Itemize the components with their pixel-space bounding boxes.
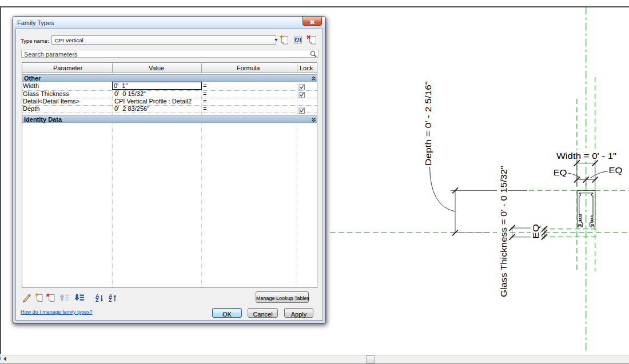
svg-text:Width = 0' - 1": Width = 0' - 1" [556, 151, 616, 161]
svg-text:EQ: EQ [554, 168, 567, 177]
svg-text:Z: Z [109, 297, 112, 303]
svg-text:EQ: EQ [531, 224, 540, 239]
svg-text:Depth = 0' - 2 5/16": Depth = 0' - 2 5/16" [424, 81, 433, 166]
svg-text:EQ: EQ [609, 166, 623, 175]
svg-text:Glass Thickness = 0' - 0 15/32: Glass Thickness = 0' - 0 15/32" [499, 166, 508, 297]
svg-text:Z: Z [95, 297, 99, 303]
